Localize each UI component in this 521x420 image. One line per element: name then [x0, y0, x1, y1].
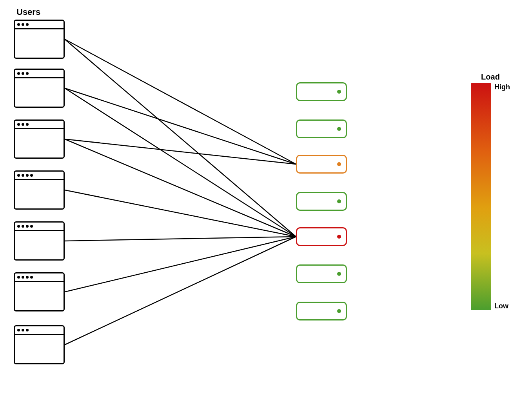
- browser-dot: [26, 329, 29, 331]
- browser-icon-6: [14, 272, 65, 311]
- browser-dot: [17, 123, 20, 126]
- browser-titlebar-7: [15, 326, 64, 335]
- browser-icon-7: [14, 325, 65, 364]
- browser-icon-4: [14, 170, 65, 210]
- svg-line-9: [65, 237, 296, 345]
- browser-dot: [22, 72, 24, 75]
- server-icon-7: [296, 302, 347, 320]
- server-icon-3: [296, 155, 347, 174]
- browser-titlebar-1: [15, 21, 64, 29]
- browser-dot: [17, 225, 20, 228]
- browser-dot: [17, 174, 20, 177]
- browser-dot: [26, 123, 29, 126]
- svg-line-8: [65, 237, 296, 292]
- svg-line-0: [65, 39, 296, 164]
- browser-icon-2: [14, 69, 65, 108]
- browser-dot: [17, 23, 20, 26]
- server-dot-6: [337, 272, 341, 276]
- svg-line-1: [65, 88, 296, 164]
- connections-svg: [0, 0, 521, 420]
- browser-titlebar-5: [15, 223, 64, 231]
- svg-line-5: [65, 139, 296, 237]
- browser-icon-5: [14, 221, 65, 261]
- server-icon-4: [296, 192, 347, 211]
- svg-line-6: [65, 190, 296, 237]
- browser-titlebar-3: [15, 121, 64, 129]
- browser-dot: [22, 276, 24, 279]
- browser-icon-1: [14, 20, 65, 59]
- browser-dot: [26, 276, 29, 279]
- browser-dot: [22, 174, 24, 177]
- browser-dot: [17, 276, 20, 279]
- browser-icon-3: [14, 119, 65, 159]
- users-label: Users: [16, 7, 40, 17]
- browser-dot: [26, 174, 29, 177]
- browser-dot: [30, 174, 33, 177]
- browser-dot: [26, 72, 29, 75]
- browser-dot: [30, 276, 33, 279]
- browser-titlebar-2: [15, 70, 64, 78]
- svg-line-2: [65, 139, 296, 164]
- server-dot-2: [337, 127, 341, 131]
- svg-line-7: [65, 237, 296, 241]
- diagram-container: Users: [0, 0, 521, 420]
- browser-dot: [17, 329, 20, 331]
- server-dot-5: [337, 235, 341, 239]
- svg-line-3: [65, 39, 296, 237]
- browser-titlebar-4: [15, 172, 64, 180]
- server-dot-4: [337, 199, 341, 203]
- server-dot-3: [337, 162, 341, 166]
- browser-dot: [22, 329, 24, 331]
- browser-dot: [17, 72, 20, 75]
- browser-dot: [30, 225, 33, 228]
- legend-label-low: Low: [494, 302, 510, 310]
- legend-title: Load: [481, 72, 500, 81]
- server-dot-1: [337, 90, 341, 94]
- browser-dot: [26, 225, 29, 228]
- server-icon-1: [296, 82, 347, 101]
- browser-dot: [22, 23, 24, 26]
- browser-dot: [26, 23, 29, 26]
- legend: Load High Low: [471, 72, 510, 310]
- legend-bar-container: High Low: [471, 83, 510, 310]
- server-icon-5: [296, 227, 347, 246]
- legend-label-high: High: [494, 83, 510, 91]
- server-icon-6: [296, 264, 347, 283]
- browser-titlebar-6: [15, 273, 64, 282]
- browser-dot: [22, 225, 24, 228]
- browser-dot: [22, 123, 24, 126]
- svg-line-4: [65, 88, 296, 237]
- legend-bar: [471, 83, 491, 310]
- server-icon-2: [296, 119, 347, 138]
- server-dot-7: [337, 309, 341, 313]
- legend-labels: High Low: [494, 83, 510, 310]
